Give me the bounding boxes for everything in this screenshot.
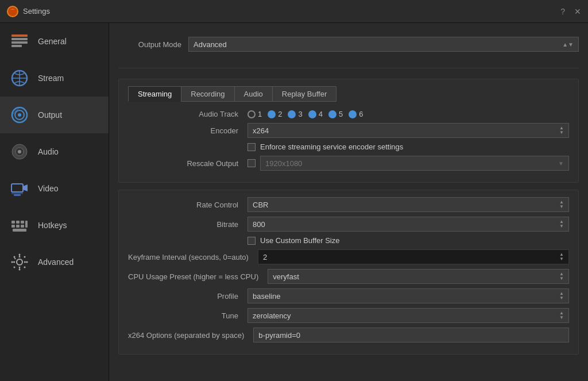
x264-options-row: x264 Options (separated by space) b-pyra… [128,328,569,342]
sidebar-item-hotkeys[interactable]: Hotkeys [0,207,109,244]
video-icon [9,178,30,199]
rate-control-select[interactable]: CBR ▲▼ [247,197,569,212]
keyframe-input[interactable]: 2 ▲▼ [258,249,569,264]
tune-select[interactable]: zerolatency ▲▼ [247,308,569,323]
app-icon [7,6,18,17]
keyframe-value: 2 [263,253,267,261]
svg-rect-16 [14,194,21,196]
svg-rect-21 [11,225,15,228]
tune-label: Tune [128,311,243,320]
output-icon [9,105,30,125]
svg-rect-15 [11,192,23,194]
rate-control-row: Rate Control CBR ▲▼ [128,197,569,212]
stream-icon [9,68,30,88]
sidebar-item-general[interactable]: General [0,23,109,60]
encoder-row: Encoder x264 ▲▼ [128,123,569,138]
track-1-radio [247,110,256,118]
rate-control-panel: Rate Control CBR ▲▼ Bitrate 800 ▲▼ Use C… [118,190,579,355]
track-6-option[interactable]: 6 [349,110,363,118]
cpu-usage-select[interactable]: veryfast ▲▼ [268,269,569,284]
output-mode-select[interactable]: Advanced ▲▼ [188,37,579,52]
track-6-radio [349,110,357,118]
main-layout: General Stream [0,23,588,381]
rescale-label: Rescale Output [128,159,243,168]
sidebar: General Stream [0,23,109,381]
track-2-label: 2 [278,110,282,118]
window-controls: ? ✕ [560,7,581,16]
track-2-option[interactable]: 2 [268,110,282,118]
custom-buffer-row: Use Custom Buffer Size [128,236,569,245]
svg-rect-22 [16,225,20,228]
track-5-option[interactable]: 5 [328,110,343,118]
tab-streaming[interactable]: Streaming [128,86,181,102]
cpu-usage-arrows: ▲▼ [559,272,564,281]
svg-rect-14 [11,184,23,192]
svg-point-0 [8,7,17,16]
track-5-label: 5 [339,110,343,118]
svg-rect-4 [11,45,22,47]
x264-options-input[interactable]: b-pyramid=0 [253,328,569,342]
svg-point-33 [14,267,16,268]
svg-rect-20 [21,221,24,224]
advanced-icon [9,252,30,272]
output-mode-label: Output Mode [118,40,181,49]
svg-rect-2 [11,38,28,40]
enforce-checkbox-row: Enforce streaming service encoder settin… [128,143,569,151]
custom-buffer-checkbox[interactable] [247,237,256,245]
track-4-option[interactable]: 4 [308,110,323,118]
profile-arrows: ▲▼ [559,291,564,301]
video-label: Video [38,184,59,193]
bitrate-label: Bitrate [128,220,243,229]
sidebar-item-audio[interactable]: Audio [0,133,109,170]
svg-rect-24 [25,221,28,228]
bitrate-arrows: ▲▼ [559,220,564,229]
sidebar-item-advanced[interactable]: Advanced [0,244,109,280]
custom-buffer-label: Use Custom Buffer Size [260,236,339,245]
svg-point-26 [17,259,22,265]
svg-point-31 [14,256,16,258]
svg-point-32 [24,256,26,258]
rescale-checkbox[interactable] [247,159,256,167]
profile-select[interactable]: baseline ▲▼ [247,288,569,303]
bitrate-input[interactable]: 800 ▲▼ [247,217,569,232]
track-6-label: 6 [359,110,363,118]
stream-label: Stream [38,74,64,83]
tab-bar: Streaming Recording Audio Replay Buffer [128,86,569,102]
enforce-checkbox[interactable] [247,143,256,151]
sidebar-item-output[interactable]: Output [0,97,109,133]
tab-replay-buffer[interactable]: Replay Buffer [272,86,337,102]
tab-audio[interactable]: Audio [234,86,272,102]
x264-options-label: x264 Options (separated by space) [128,331,249,340]
tab-recording[interactable]: Recording [181,86,234,102]
track-2-radio [268,110,276,118]
svg-marker-17 [23,184,28,191]
rescale-select[interactable]: 1920x1080 ▼ [260,156,569,171]
svg-point-13 [18,150,21,153]
track-3-option[interactable]: 3 [288,110,302,118]
hotkeys-icon [9,215,30,236]
sidebar-item-video[interactable]: Video [0,170,109,207]
audio-label: Audio [38,147,59,156]
svg-rect-1 [11,34,28,37]
titlebar: Settings ? ✕ [0,0,588,23]
help-button[interactable]: ? [560,7,565,16]
cpu-usage-value: veryfast [273,272,299,281]
audio-track-row: Audio Track 1 2 3 [128,110,569,118]
streaming-panel: Streaming Recording Audio Replay Buffer … [118,79,579,183]
bitrate-value: 800 [253,220,265,229]
close-button[interactable]: ✕ [574,7,581,16]
encoder-value: x264 [253,126,269,135]
profile-row: Profile baseline ▲▼ [128,288,569,303]
audio-icon [9,141,30,162]
content-area: Output Mode Advanced ▲▼ Streaming Record… [109,23,588,381]
svg-point-10 [18,113,21,117]
track-1-option[interactable]: 1 [247,110,262,118]
encoder-select[interactable]: x264 ▲▼ [247,123,569,138]
track-5-radio [328,110,336,118]
output-label: Output [38,110,62,120]
bitrate-row: Bitrate 800 ▲▼ [128,217,569,232]
keyframe-arrows: ▲▼ [559,252,564,261]
sidebar-item-stream[interactable]: Stream [0,60,109,97]
rate-control-arrows: ▲▼ [559,200,564,209]
audio-track-options: 1 2 3 4 5 [247,110,569,118]
